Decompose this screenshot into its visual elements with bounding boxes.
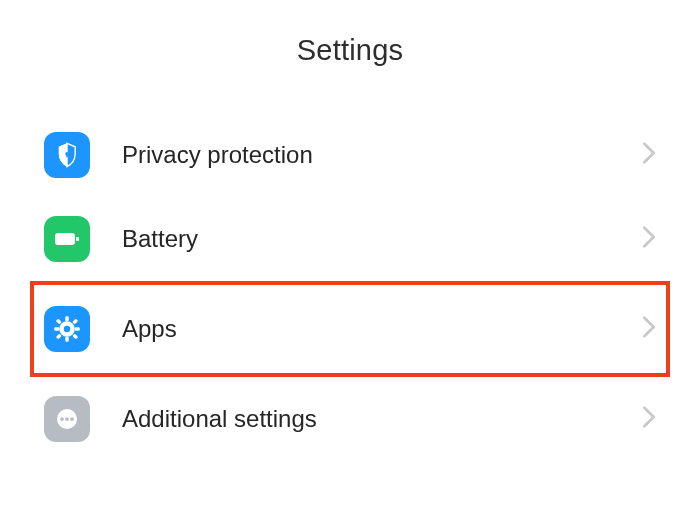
- svg-rect-7: [54, 327, 59, 331]
- svg-point-15: [60, 417, 64, 421]
- chevron-right-icon: [642, 225, 656, 253]
- svg-rect-10: [72, 333, 78, 339]
- svg-point-17: [70, 417, 74, 421]
- settings-item-label: Privacy protection: [122, 141, 642, 169]
- page-title: Settings: [0, 34, 700, 67]
- settings-header: Settings: [0, 0, 700, 113]
- svg-rect-11: [72, 318, 78, 324]
- svg-rect-9: [56, 318, 62, 324]
- apps-gear-icon: [44, 306, 90, 352]
- svg-rect-2: [55, 233, 75, 245]
- chevron-right-icon: [642, 405, 656, 433]
- more-ellipsis-icon: [44, 396, 90, 442]
- chevron-right-icon: [642, 315, 656, 343]
- battery-icon: [44, 216, 90, 262]
- settings-item-apps[interactable]: Apps: [30, 281, 670, 377]
- svg-rect-1: [66, 154, 67, 158]
- settings-item-privacy[interactable]: Privacy protection: [44, 113, 656, 197]
- settings-item-battery[interactable]: Battery: [44, 197, 656, 281]
- settings-item-label: Additional settings: [122, 405, 642, 433]
- svg-rect-6: [65, 337, 69, 342]
- svg-rect-12: [56, 333, 62, 339]
- settings-item-label: Apps: [122, 315, 642, 343]
- svg-rect-8: [75, 327, 80, 331]
- settings-item-label: Battery: [122, 225, 642, 253]
- svg-point-13: [64, 326, 71, 333]
- svg-rect-5: [65, 316, 69, 321]
- privacy-shield-icon: [44, 132, 90, 178]
- chevron-right-icon: [642, 141, 656, 169]
- svg-point-16: [65, 417, 69, 421]
- svg-rect-3: [76, 237, 79, 241]
- settings-item-additional[interactable]: Additional settings: [44, 377, 656, 461]
- settings-list: Privacy protection Battery: [0, 113, 700, 461]
